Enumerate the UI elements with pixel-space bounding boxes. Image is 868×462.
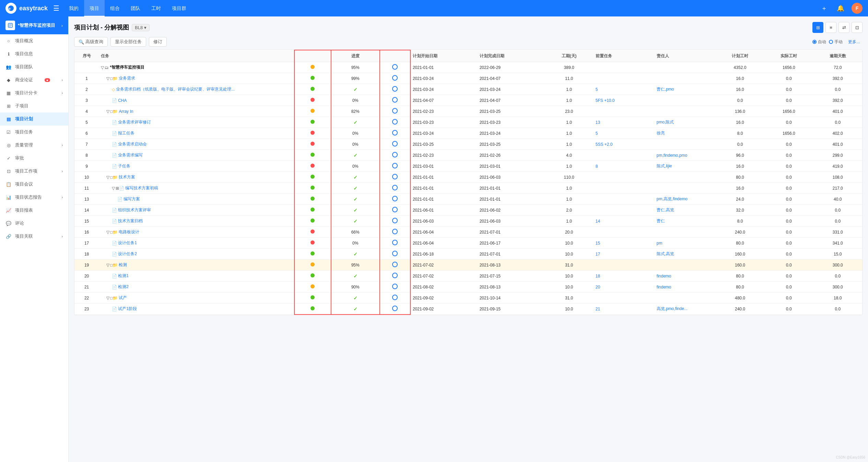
pre-task-link[interactable]: 20 xyxy=(596,285,600,289)
task-name[interactable]: 业务需求归档（纸质版、电子版、评审会议纪要、评审意见处理... xyxy=(116,86,235,92)
pre-task-link[interactable]: 15 xyxy=(596,241,600,246)
task-name[interactable]: 编写方案 xyxy=(124,196,140,202)
cell-gantt[interactable] xyxy=(380,260,410,271)
cell-gantt[interactable] xyxy=(380,194,410,205)
cell-gantt[interactable] xyxy=(380,106,410,117)
task-name[interactable]: 编写技术方案初稿 xyxy=(125,185,158,191)
cell-task[interactable]: 📄编写方案 xyxy=(99,194,294,205)
user-avatar[interactable]: F xyxy=(852,3,863,14)
cell-task[interactable]: ▽ 🗂*智慧停车监控项目 xyxy=(99,62,294,73)
nav-my[interactable]: 我的 xyxy=(63,0,84,16)
sidebar-item-tasks[interactable]: ☑ 项目任务 xyxy=(0,126,68,139)
expand-icon[interactable]: ▽ xyxy=(106,263,109,268)
gantt-icon[interactable] xyxy=(392,97,398,103)
owner-link[interactable]: 曹仁,高览 xyxy=(657,208,674,212)
revision-button[interactable]: 修订 xyxy=(149,37,167,47)
sidebar-item-info[interactable]: ℹ 项目信息 xyxy=(0,47,68,60)
cell-gantt[interactable] xyxy=(380,238,410,249)
owner-link[interactable]: 徐亮 xyxy=(657,131,665,135)
cell-task[interactable]: 📄设计任务2 xyxy=(99,249,294,260)
cell-task[interactable]: ◇业务需求归档（纸质版、电子版、评审会议纪要、评审意见处理... xyxy=(99,84,294,95)
cell-gantt[interactable] xyxy=(380,84,410,95)
owner-link[interactable]: 陈式,lijie xyxy=(657,164,672,168)
pre-task-link[interactable]: 8 xyxy=(596,164,598,169)
pre-task-link[interactable]: 18 xyxy=(596,274,600,279)
cell-task[interactable]: 📄报工任务 xyxy=(99,128,294,139)
cell-gantt[interactable] xyxy=(380,139,410,150)
gantt-icon[interactable] xyxy=(392,251,398,256)
bl-badge[interactable]: BL8 ▾ xyxy=(132,24,150,31)
nav-portfolio[interactable]: 组合 xyxy=(105,0,125,16)
cell-gantt[interactable] xyxy=(380,62,410,73)
cell-gantt[interactable] xyxy=(380,117,410,128)
nav-projects[interactable]: 项目 xyxy=(84,0,105,16)
auto-radio[interactable]: 自动 xyxy=(812,39,826,45)
task-name[interactable]: 子任务 xyxy=(118,163,130,169)
gantt-icon[interactable] xyxy=(392,86,398,92)
expand-icon[interactable]: ▽ xyxy=(112,186,115,191)
gantt-icon[interactable] xyxy=(392,174,398,179)
gantt-icon[interactable] xyxy=(392,273,398,278)
task-name[interactable]: 报工任务 xyxy=(118,130,134,136)
sidebar-item-comments[interactable]: 💬 评论 xyxy=(0,217,68,230)
gantt-icon[interactable] xyxy=(392,64,398,70)
gantt-icon[interactable] xyxy=(392,229,398,234)
owner-link[interactable]: findemo xyxy=(657,274,671,279)
task-name[interactable]: CHA xyxy=(118,98,127,103)
task-name[interactable]: 技术方案 xyxy=(119,174,135,180)
task-name[interactable]: 电路板设计 xyxy=(119,229,139,235)
cell-gantt[interactable] xyxy=(380,304,410,315)
gantt-icon[interactable] xyxy=(392,295,398,300)
owner-link[interactable]: 陈式,高览 xyxy=(657,251,674,256)
cell-task[interactable]: 📄试产1阶段 xyxy=(99,304,294,315)
gantt-icon[interactable] xyxy=(392,152,398,157)
owner-link[interactable]: 高览,pmo,finde... xyxy=(657,306,688,311)
cell-task[interactable]: 📄业务需求启动会 xyxy=(99,139,294,150)
cell-task[interactable]: 📄业务需求评审修订 xyxy=(99,117,294,128)
view-grid-button[interactable]: ⊞ xyxy=(812,22,823,33)
cell-task[interactable]: 📄检测2 xyxy=(99,282,294,293)
gantt-icon[interactable] xyxy=(392,130,398,135)
gantt-icon[interactable] xyxy=(392,196,398,201)
cell-gantt[interactable] xyxy=(380,128,410,139)
owner-link[interactable]: 曹仁,pmo xyxy=(657,87,674,92)
sidebar-item-reports[interactable]: 📊 项目状态报告 › xyxy=(0,191,68,204)
manual-radio[interactable]: 手动 xyxy=(829,39,843,45)
task-name[interactable]: 检测1 xyxy=(118,273,129,279)
expand-icon[interactable]: ▽ xyxy=(106,230,109,235)
sidebar-item-workitems[interactable]: ⊡ 项目工作项 › xyxy=(0,165,68,178)
sidebar-item-plan[interactable]: ▤ 项目计划 xyxy=(0,112,68,126)
expand-icon[interactable]: ▽ xyxy=(106,296,109,300)
owner-link[interactable]: findemo xyxy=(657,285,671,289)
more-button[interactable]: 更多... xyxy=(845,38,863,46)
sidebar-item-quality[interactable]: ◎ 质量管理 › xyxy=(0,139,68,152)
cell-gantt[interactable] xyxy=(380,73,410,84)
sidebar-item-scorecard[interactable]: ▦ 项目计分卡 › xyxy=(0,86,68,99)
nav-hours[interactable]: 工时 xyxy=(146,0,166,16)
notification-bell[interactable]: 🔔 xyxy=(835,3,846,14)
advanced-search-button[interactable]: 🔍 高级查询 xyxy=(74,37,108,47)
task-name[interactable]: 设计任务2 xyxy=(118,251,137,257)
task-name[interactable]: 业务需求启动会 xyxy=(118,141,147,147)
gantt-icon[interactable] xyxy=(392,207,398,212)
menu-icon[interactable]: ☰ xyxy=(53,4,59,12)
gantt-icon[interactable] xyxy=(392,141,398,146)
cell-gantt[interactable] xyxy=(380,271,410,282)
cell-task[interactable]: ▽ ⊞📄编写技术方案初稿 xyxy=(99,183,294,194)
cell-gantt[interactable] xyxy=(380,227,410,238)
cell-task[interactable]: ▽ □📁Array In xyxy=(99,106,294,117)
task-name[interactable]: 检测 xyxy=(119,262,127,268)
gantt-icon[interactable] xyxy=(392,218,398,223)
task-name[interactable]: 业务需求编写 xyxy=(118,152,143,158)
owner-link[interactable]: pm,findemo,pmo xyxy=(657,153,687,158)
cell-gantt[interactable] xyxy=(380,150,410,161)
cell-task[interactable]: ▽ □📁技术方案 xyxy=(99,172,294,183)
task-name[interactable]: Array In xyxy=(119,109,133,114)
cell-gantt[interactable] xyxy=(380,161,410,172)
gantt-icon[interactable] xyxy=(392,163,398,168)
cell-task[interactable]: ▽ □📁试产 xyxy=(99,293,294,304)
task-name[interactable]: 试产 xyxy=(119,295,127,301)
view-list-button[interactable]: ≡ xyxy=(825,22,836,33)
task-name[interactable]: 组织技术方案评审 xyxy=(118,207,151,213)
owner-link[interactable]: pm xyxy=(657,241,662,246)
